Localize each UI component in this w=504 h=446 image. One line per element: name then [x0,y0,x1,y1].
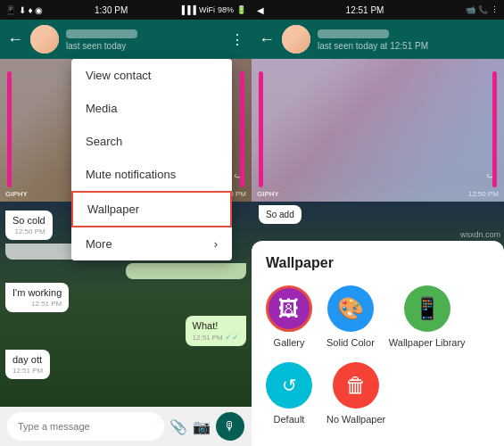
status-right-icons: ▐▐▐ WiFi 98% 🔋 [179,5,246,14]
status-left-icons-right: ◀ [257,5,264,15]
menu-view-contact[interactable]: View contact [71,59,232,92]
message-blurred-2 [126,263,246,279]
wallpaper-option-solid[interactable]: 🎨 Solid Color [326,285,375,348]
menu-search[interactable]: Search [71,125,232,158]
msg-text-3: What! [193,320,239,331]
status-time-left: 1:30 PM [95,5,128,15]
gallery-icon: 🖼 [266,285,312,332]
menu-wallpaper[interactable]: Wallpaper [71,191,232,227]
watermark: wsxdn.com [460,230,500,239]
msg-time-4: 12:51 PM [12,367,43,375]
wallpaper-option-gallery[interactable]: 🖼 Gallery [266,285,312,348]
wallpaper-option-no-wallpaper[interactable]: 🗑 No Wallpaper [326,362,385,425]
chat-header-right: ← last seen today at 12:51 PM [252,20,504,59]
msg-time-2: 12:51 PM [12,300,62,308]
mic-button-left[interactable]: 🎙 [216,412,244,441]
status-right-icons-right: 📹 📞 ⋮ [466,5,499,14]
msg-text-1: So cold [12,215,45,226]
context-menu: View contact Media Search Mute notificat… [71,59,232,260]
mic-icon: 🎙 [224,419,236,434]
library-icon: 📱 [404,285,450,332]
right-panel: ◀ 12:51 PM 📹 📞 ⋮ ← last seen today at 12… [252,0,504,446]
signal-icon: ▐▐▐ [179,5,196,14]
gallery-label: Gallery [274,337,305,348]
solid-label: Solid Color [326,337,375,348]
default-label: Default [274,414,305,425]
giphy-label-right: GIPHY [257,190,279,198]
status-app-icons: 📱 ⬇ ♦ ◉ [5,5,43,15]
menu-mute[interactable]: Mute notifications [71,158,232,191]
contact-info-right: last seen today at 12:51 PM [318,28,497,51]
video-call-icon[interactable]: 📹 [466,5,475,14]
msg-text-4: day ott [12,354,43,365]
message-input-left[interactable] [7,412,164,441]
wallpaper-title: Wallpaper [266,255,490,271]
wallpaper-sheet: Wallpaper 🖼 Gallery 🎨 Solid Color 📱 Wall… [252,241,504,446]
library-label: Wallpaper Library [389,337,466,348]
message-so-cold: So cold 12:50 PM [5,211,53,240]
avatar-left [30,25,59,54]
more-icon-left[interactable]: ⋮ [230,31,244,48]
contact-info-left: last seen today [66,28,223,51]
camera-icon-left[interactable]: 📷 [193,418,211,435]
wallpaper-option-default[interactable]: ↺ Default [266,362,312,425]
pink-bar-right-right [492,71,497,187]
battery-text: 98% [218,5,234,14]
header-action-icons-left: ⋮ [230,31,244,48]
status-bar-left: 📱 ⬇ ♦ ◉ 1:30 PM ▐▐▐ WiFi 98% 🔋 [0,0,252,20]
attach-icon-left[interactable]: 📎 [169,418,187,435]
left-panel: 📱 ⬇ ♦ ◉ 1:30 PM ▐▐▐ WiFi 98% 🔋 ← last se… [0,0,252,446]
chevron-right-icon: › [214,237,218,251]
no-wallpaper-label: No Wallpaper [326,414,385,425]
contact-status-right: last seen today at 12:51 PM [318,41,497,51]
msg-text-2: I'm working [12,287,62,298]
received-text-right: So add [266,210,294,219]
pink-bar-right-left [259,71,263,187]
msg-time-1: 12:50 PM [12,227,45,235]
image-time-right: 12:50 PM [468,190,499,198]
default-icon: ↺ [266,362,312,409]
chat-photo-right [252,59,504,202]
solid-color-icon: 🎨 [327,285,374,332]
input-bar-left: 📎 📷 🎙 [0,407,252,446]
battery-icon: 🔋 [236,5,246,14]
msg-time-3: 12:51 PM ✓✓ [193,333,239,342]
pink-bar-left-right [240,71,244,187]
menu-more[interactable]: More › [71,227,232,260]
status-time-right: 12:51 PM [346,5,384,15]
wallpaper-options: 🖼 Gallery 🎨 Solid Color 📱 Wallpaper Libr… [266,285,490,425]
wifi-icon: WiFi [199,5,215,14]
contact-name-left [66,28,223,41]
message-day-ott: day ott 12:51 PM [5,350,50,379]
status-bar-right: ◀ 12:51 PM 📹 📞 ⋮ [252,0,504,20]
chat-header-left: ← last seen today ⋮ [0,20,252,59]
back-button-right[interactable]: ← [259,30,275,49]
call-icon[interactable]: 📞 [478,5,488,14]
menu-media[interactable]: Media [71,92,232,125]
pink-bar-left-left [7,71,12,187]
wallpaper-option-library[interactable]: 📱 Wallpaper Library [389,285,466,348]
message-what: What! 12:51 PM ✓✓ [186,316,246,346]
received-msg-right: So add [259,205,302,224]
contact-status-left: last seen today [66,41,223,51]
chat-image-right: GIPHY 12:50 PM ↪ [252,59,504,202]
avatar-right [282,25,310,54]
no-wallpaper-icon: 🗑 [333,362,379,409]
message-working: I'm working 12:51 PM [5,283,69,312]
back-button[interactable]: ← [7,30,23,49]
giphy-label-left: GIPHY [5,190,28,198]
contact-name-right [318,28,497,41]
more-icon-right[interactable]: ⋮ [491,5,499,14]
double-tick-icon: ✓✓ [225,333,239,342]
